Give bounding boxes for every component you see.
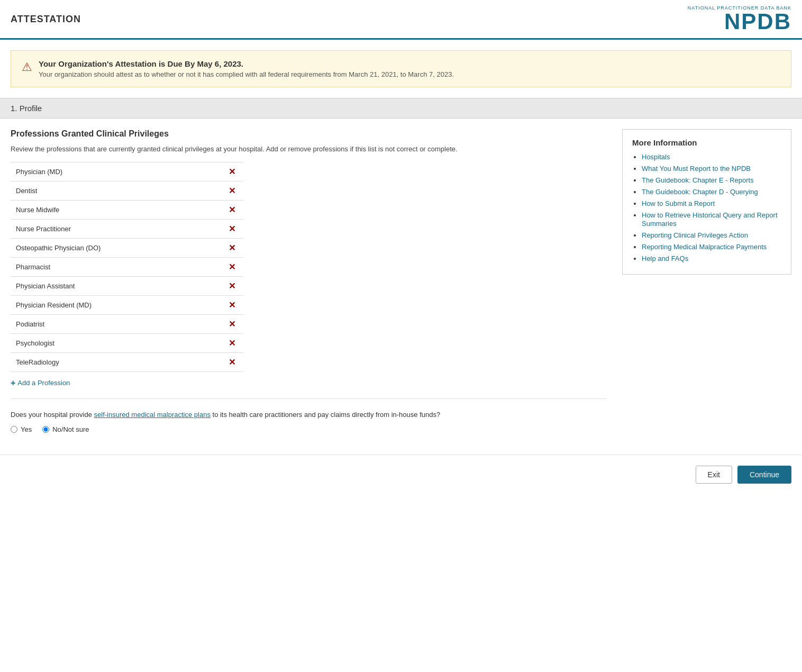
logo: National Practitioner Data Bank NPDB	[688, 5, 791, 33]
right-panel: More Information HospitalsWhat You Must …	[622, 129, 791, 433]
radio-no[interactable]	[42, 426, 49, 433]
radio-no-text: No/Not sure	[52, 425, 89, 433]
self-insured-link[interactable]: self-insured medical malpractice plans	[94, 411, 211, 419]
alert-content: Your Organization's Attestation is Due B…	[39, 59, 454, 78]
remove-button[interactable]: ✕	[229, 262, 235, 272]
table-row: Psychologist ✕	[11, 333, 243, 352]
table-row: Nurse Practitioner ✕	[11, 219, 243, 238]
more-info-title: More Information	[632, 138, 781, 147]
radio-no-label[interactable]: No/Not sure	[42, 425, 89, 433]
more-info-box: More Information HospitalsWhat You Must …	[622, 129, 791, 275]
list-item: Reporting Medical Malpractice Payments	[642, 242, 781, 251]
list-item: Help and FAQs	[642, 254, 781, 262]
remove-button[interactable]: ✕	[229, 338, 235, 348]
profession-name: Osteopathic Physician (DO)	[11, 238, 220, 257]
profession-name: Pharmacist	[11, 257, 220, 276]
profession-name: Physician (MD)	[11, 162, 220, 181]
section-label: 1. Profile	[11, 104, 42, 113]
remove-button[interactable]: ✕	[229, 319, 235, 329]
profession-name: Nurse Midwife	[11, 200, 220, 219]
table-row: Pharmacist ✕	[11, 257, 243, 276]
radio-yes-text: Yes	[21, 425, 32, 433]
more-info-link[interactable]: Hospitals	[642, 153, 670, 161]
remove-button[interactable]: ✕	[229, 243, 235, 253]
remove-button[interactable]: ✕	[229, 224, 235, 234]
more-info-link[interactable]: Reporting Clinical Privileges Action	[642, 231, 748, 239]
more-info-link[interactable]: The Guidebook: Chapter E - Reports	[642, 176, 754, 184]
table-row: Podiatrist ✕	[11, 314, 243, 333]
section-header: 1. Profile	[0, 98, 802, 119]
more-info-link[interactable]: Reporting Medical Malpractice Payments	[642, 243, 767, 251]
table-row: Physician Resident (MD) ✕	[11, 295, 243, 314]
divider	[11, 398, 606, 399]
more-info-link[interactable]: What You Must Report to the NPDB	[642, 165, 751, 172]
profession-name: Physician Assistant	[11, 276, 220, 295]
remove-button[interactable]: ✕	[229, 300, 235, 310]
alert-title: Your Organization's Attestation is Due B…	[39, 59, 454, 68]
list-item: How to Retrieve Historical Query and Rep…	[642, 211, 781, 228]
table-row: Physician Assistant ✕	[11, 276, 243, 295]
header: ATTESTATION National Practitioner Data B…	[0, 0, 802, 40]
more-info-list: HospitalsWhat You Must Report to the NPD…	[632, 152, 781, 262]
add-profession-link[interactable]: + Add a Profession	[11, 378, 70, 388]
left-panel: Professions Granted Clinical Privileges …	[11, 129, 606, 433]
profession-name: Psychologist	[11, 333, 220, 352]
footer-buttons: Exit Continue	[0, 455, 802, 494]
profession-name: Dentist	[11, 181, 220, 200]
professions-table: Physician (MD) ✕ Dentist ✕ Nurse Midwife…	[11, 162, 243, 372]
table-row: TeleRadiology ✕	[11, 352, 243, 371]
list-item: How to Submit a Report	[642, 199, 781, 207]
profession-name: Physician Resident (MD)	[11, 295, 220, 314]
profession-name: TeleRadiology	[11, 352, 220, 371]
remove-button[interactable]: ✕	[229, 281, 235, 291]
list-item: Hospitals	[642, 152, 781, 161]
more-info-link[interactable]: How to Submit a Report	[642, 199, 715, 207]
question-text-after: to its health care practitioners and pay…	[211, 411, 440, 419]
logo-main-text: NPDB	[724, 9, 791, 34]
list-item: What You Must Report to the NPDB	[642, 164, 781, 172]
profession-name: Podiatrist	[11, 314, 220, 333]
list-item: The Guidebook: Chapter D - Querying	[642, 187, 781, 196]
radio-yes[interactable]	[11, 426, 17, 433]
alert-subtitle: Your organization should attest as to wh…	[39, 70, 454, 78]
add-profession-label: Add a Profession	[17, 379, 70, 387]
table-row: Physician (MD) ✕	[11, 162, 243, 181]
more-info-link[interactable]: Help and FAQs	[642, 255, 688, 262]
alert-banner: ⚠ Your Organization's Attestation is Due…	[11, 50, 791, 87]
table-row: Osteopathic Physician (DO) ✕	[11, 238, 243, 257]
more-info-link[interactable]: How to Retrieve Historical Query and Rep…	[642, 211, 778, 228]
professions-title: Professions Granted Clinical Privileges	[11, 129, 606, 139]
plus-icon: +	[11, 378, 15, 388]
professions-description: Review the professions that are currentl…	[11, 144, 606, 155]
remove-button[interactable]: ✕	[229, 205, 235, 215]
remove-button[interactable]: ✕	[229, 186, 235, 196]
list-item: Reporting Clinical Privileges Action	[642, 231, 781, 239]
warning-icon: ⚠	[22, 60, 32, 74]
continue-button[interactable]: Continue	[737, 466, 791, 484]
main-content: Professions Granted Clinical Privileges …	[0, 119, 802, 444]
more-info-link[interactable]: The Guidebook: Chapter D - Querying	[642, 188, 758, 196]
page-title: ATTESTATION	[11, 14, 81, 25]
table-row: Dentist ✕	[11, 181, 243, 200]
table-row: Nurse Midwife ✕	[11, 200, 243, 219]
profession-name: Nurse Practitioner	[11, 219, 220, 238]
list-item: The Guidebook: Chapter E - Reports	[642, 176, 781, 184]
question-text-before: Does your hospital provide	[11, 411, 94, 419]
radio-group: Yes No/Not sure	[11, 425, 606, 433]
radio-yes-label[interactable]: Yes	[11, 425, 32, 433]
question-section: Does your hospital provide self-insured …	[11, 410, 606, 421]
remove-button[interactable]: ✕	[229, 167, 235, 177]
remove-button[interactable]: ✕	[229, 357, 235, 367]
exit-button[interactable]: Exit	[696, 466, 732, 484]
